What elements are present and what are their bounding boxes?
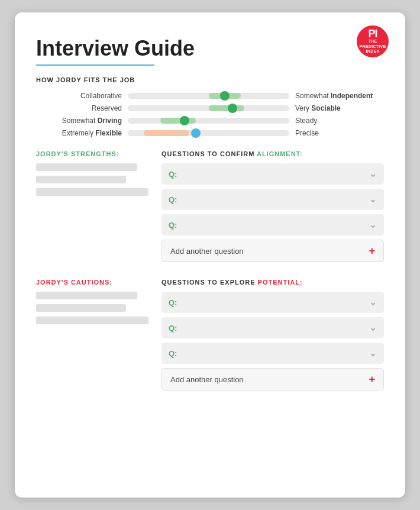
cautions-label: JORDY'S CAUTIONS: xyxy=(36,279,148,286)
potential-add-question-label: Add another question xyxy=(170,375,244,384)
fit-bar-wrap-2 xyxy=(128,104,289,112)
fit-row-2: Reserved Very Sociable xyxy=(36,104,384,112)
pi-logo-letters: PI xyxy=(368,28,377,39)
alignment-q3-chevron: ⌄ xyxy=(369,220,377,230)
potential-header: QUESTIONS TO EXPLORE POTENTIAL: xyxy=(161,279,384,286)
fit-bar-wrap-1 xyxy=(128,92,289,100)
potential-question-1[interactable]: Q: ⌄ xyxy=(161,292,384,313)
potential-add-question-button[interactable]: Add another question + xyxy=(161,368,384,390)
alignment-question-3[interactable]: Q: ⌄ xyxy=(161,214,384,235)
cautions-col: JORDY'S CAUTIONS: xyxy=(36,279,148,390)
alignment-q3-label: Q: xyxy=(169,221,177,230)
fit-label-right-4: Precise xyxy=(289,129,384,137)
page-title: Interview Guide xyxy=(36,36,384,61)
fit-bars: Collaborative Somewhat Independent Reser… xyxy=(36,92,384,137)
fit-dot-1 xyxy=(220,91,230,101)
potential-add-question-plus-icon: + xyxy=(369,374,375,385)
fit-dot-3 xyxy=(180,116,189,125)
potential-q2-label: Q: xyxy=(169,324,177,333)
fit-label-left-3: Somewhat Driving xyxy=(36,117,128,125)
fit-label-right-2: Very Sociable xyxy=(289,104,384,112)
alignment-questions-col: QUESTIONS TO CONFIRM ALIGNMENT: Q: ⌄ Q: … xyxy=(161,150,384,262)
cautions-bar-2 xyxy=(36,304,126,312)
fit-bar-fill-4 xyxy=(144,130,189,136)
title-underline xyxy=(36,64,154,66)
alignment-add-question-label: Add another question xyxy=(170,247,244,256)
strengths-bar-1 xyxy=(36,163,137,171)
potential-q1-label: Q: xyxy=(169,298,177,307)
fit-bar-fill-3 xyxy=(160,118,196,124)
pi-logo-text: THEPREDICTIVEINDEX xyxy=(359,39,386,54)
strengths-alignment-section: JORDY'S STRENGTHS: QUESTIONS TO CONFIRM … xyxy=(36,150,384,262)
potential-header-plain: QUESTIONS TO EXPLORE xyxy=(161,279,258,286)
potential-q2-chevron: ⌄ xyxy=(369,322,377,333)
fit-label-right-3: Steady xyxy=(289,117,384,125)
potential-questions-col: QUESTIONS TO EXPLORE POTENTIAL: Q: ⌄ Q: … xyxy=(161,279,384,390)
fit-label-left-4: Extremely Flexible xyxy=(36,129,128,137)
alignment-header: QUESTIONS TO CONFIRM ALIGNMENT: xyxy=(161,150,384,157)
alignment-question-1[interactable]: Q: ⌄ xyxy=(161,163,384,185)
potential-header-highlight: POTENTIAL: xyxy=(258,279,303,286)
pi-logo: PI THEPREDICTIVEINDEX xyxy=(357,25,389,57)
fit-label-left-2: Reserved xyxy=(36,104,128,112)
alignment-q1-label: Q: xyxy=(169,170,177,179)
potential-q1-chevron: ⌄ xyxy=(369,297,377,308)
strengths-bar-3 xyxy=(36,188,148,196)
fit-section-header: HOW JORDY FITS THE JOB xyxy=(36,76,384,83)
fit-bar-fill-2 xyxy=(209,105,244,111)
potential-question-3[interactable]: Q: ⌄ xyxy=(161,343,384,364)
fit-dot-2 xyxy=(228,104,237,113)
alignment-header-highlight: ALIGNMENT: xyxy=(257,150,303,157)
fit-label-left-1: Collaborative xyxy=(36,92,128,100)
strengths-label: JORDY'S STRENGTHS: xyxy=(36,150,148,157)
cautions-bar-1 xyxy=(36,292,137,299)
potential-q3-label: Q: xyxy=(169,349,177,358)
cautions-potential-section: JORDY'S CAUTIONS: QUESTIONS TO EXPLORE P… xyxy=(36,279,384,390)
alignment-q2-label: Q: xyxy=(169,195,177,204)
alignment-add-question-plus-icon: + xyxy=(369,246,375,256)
potential-q3-chevron: ⌄ xyxy=(369,348,377,359)
strengths-col: JORDY'S STRENGTHS: xyxy=(36,150,148,262)
fit-row-4: Extremely Flexible Precise xyxy=(36,129,384,137)
fit-dot-4 xyxy=(191,128,201,138)
alignment-q2-chevron: ⌄ xyxy=(369,194,377,205)
alignment-q1-chevron: ⌄ xyxy=(369,169,377,179)
fit-label-right-1: Somewhat Independent xyxy=(289,92,384,100)
fit-bar-wrap-3 xyxy=(128,117,289,125)
potential-question-2[interactable]: Q: ⌄ xyxy=(161,317,384,338)
fit-bar-wrap-4 xyxy=(128,129,289,137)
fit-bar-bg-3 xyxy=(128,118,289,124)
fit-row-1: Collaborative Somewhat Independent xyxy=(36,92,384,100)
fit-row-3: Somewhat Driving Steady xyxy=(36,117,384,125)
alignment-header-plain: QUESTIONS TO CONFIRM xyxy=(161,150,257,157)
strengths-bar-2 xyxy=(36,176,126,183)
cautions-bar-3 xyxy=(36,317,148,324)
alignment-question-2[interactable]: Q: ⌄ xyxy=(161,189,384,210)
alignment-add-question-button[interactable]: Add another question + xyxy=(161,240,384,262)
interview-guide-page: PI THEPREDICTIVEINDEX Interview Guide HO… xyxy=(15,12,405,498)
